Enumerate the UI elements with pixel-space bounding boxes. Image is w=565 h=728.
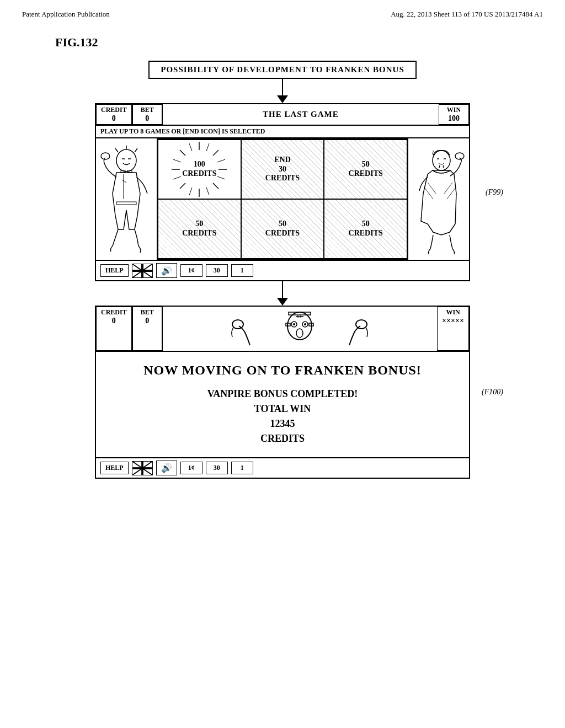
game-top-bar-f99: CREDIT 0 BET 0 THE LAST GAME WIN 100 — [96, 104, 469, 126]
fig-label: FIG.132 — [55, 35, 565, 50]
reel-cell-3: 50CREDITS — [158, 199, 241, 259]
reel-cell-text-2: 50CREDITS — [349, 160, 383, 179]
character-left-svg — [99, 144, 154, 254]
sub-line1: VANPIRE BONUS COMPLETED! — [107, 387, 458, 402]
coin-button-f100[interactable]: 1¢ — [180, 462, 202, 474]
character-left-f99 — [96, 138, 157, 260]
svg-line-24 — [189, 188, 192, 195]
game-screen-f99: CREDIT 0 BET 0 THE LAST GAME WIN 100 PLA… — [95, 103, 470, 281]
num2-button-f100[interactable]: 1 — [231, 462, 253, 474]
svg-point-0 — [116, 149, 136, 172]
f100-characters-svg — [217, 307, 382, 351]
svg-point-33 — [455, 153, 464, 159]
svg-line-22 — [217, 176, 225, 179]
svg-line-32 — [443, 165, 444, 168]
credit-value-f100: 0 — [101, 317, 127, 325]
help-button-f100[interactable]: HELP — [100, 462, 129, 474]
svg-line-23 — [206, 188, 209, 195]
sub-line2: TOTAL WIN — [107, 402, 458, 416]
info-bar-f99: PLAY UP TO 8 GAMES OR [END ICON] IS SELE… — [96, 126, 469, 138]
credit-value-f99: 0 — [101, 114, 127, 123]
credit-box-f99: CREDIT 0 — [96, 104, 132, 125]
svg-line-13 — [213, 150, 218, 156]
reels-grid-f99: 100CREDITS END30CREDITS 50CREDITS 50CRED… — [157, 138, 408, 260]
coin-button-f99[interactable]: 1¢ — [180, 264, 202, 277]
reel-cell-4: 50CREDITS — [241, 199, 324, 259]
f100-sub-text: VANPIRE BONUS COMPLETED! TOTAL WIN 12345… — [107, 387, 458, 446]
reel-cell-2: 50CREDITS — [324, 140, 407, 199]
svg-line-1 — [115, 148, 118, 152]
f100-top-bar: CREDIT 0 BET 0 — [96, 307, 469, 352]
game-title-f99: THE LAST GAME — [163, 104, 439, 125]
patent-header: Patent Application Publication Aug. 22, … — [0, 0, 565, 19]
sub-line4: CREDITS — [107, 431, 458, 446]
svg-rect-44 — [141, 264, 143, 277]
bet-value-f100: 0 — [137, 317, 157, 325]
svg-point-54 — [304, 323, 306, 325]
svg-rect-11 — [116, 202, 136, 205]
svg-line-21 — [217, 159, 225, 162]
svg-point-55 — [296, 329, 303, 338]
svg-line-17 — [180, 183, 185, 189]
win-label-f99: WIN — [444, 106, 464, 114]
svg-line-36 — [447, 188, 455, 199]
sound-icon-f99: 🔊 — [161, 266, 172, 275]
sound-button-f100[interactable]: 🔊 — [156, 461, 177, 475]
credit-label-f100: CREDIT — [101, 308, 127, 317]
svg-line-15 — [213, 183, 218, 189]
svg-rect-50 — [289, 312, 311, 315]
game-toolbar-f100: HELP 🔊 1¢ 30 1 — [96, 457, 469, 478]
flag-icon-f99[interactable] — [132, 264, 153, 278]
reel-cell-text-0: 100CREDITS — [182, 160, 216, 179]
win-box-f99: WIN 100 — [439, 104, 469, 125]
svg-point-28 — [433, 151, 450, 170]
header-right: Aug. 22, 2013 Sheet 113 of 170 US 2013/2… — [391, 10, 543, 19]
bet-box-f100: BET 0 — [132, 307, 163, 351]
credit-box-f100: CREDIT 0 — [96, 307, 132, 351]
bet-label-f100: BET — [137, 308, 157, 317]
reel-cell-text-5: 50CREDITS — [349, 220, 383, 238]
svg-line-25 — [173, 176, 181, 179]
credit-label-f99: CREDIT — [101, 106, 127, 114]
svg-line-35 — [428, 183, 436, 194]
svg-point-46 — [356, 320, 367, 329]
svg-line-3 — [135, 148, 137, 152]
character-right-svg — [411, 144, 466, 254]
top-box: POSSIBILITY OF DEVELOPMENT TO FRANKEN BO… — [148, 61, 417, 79]
reel-cell-text-3: 50CREDITS — [182, 220, 216, 238]
frame-label-f99: (F99) — [486, 188, 503, 197]
help-button-f99[interactable]: HELP — [100, 264, 129, 277]
frame-label-f100: (F100) — [482, 388, 503, 397]
sound-button-f99[interactable]: 🔊 — [156, 263, 177, 278]
reels-container-f99: 100CREDITS END30CREDITS 50CREDITS 50CRED… — [96, 138, 469, 260]
main-content: POSSIBILITY OF DEVELOPMENT TO FRANKEN BO… — [0, 61, 565, 479]
svg-line-19 — [180, 150, 185, 156]
svg-rect-63 — [141, 462, 143, 475]
svg-point-53 — [293, 323, 295, 325]
reel-cell-text-4: 50CREDITS — [265, 220, 300, 238]
f100-text-area: NOW MOVING ON TO FRANKEN BONUS! VANPIRE … — [96, 352, 469, 457]
svg-line-31 — [439, 165, 440, 168]
bet-label-f99: BET — [137, 106, 157, 114]
svg-line-27 — [189, 143, 192, 151]
svg-line-34 — [425, 188, 433, 199]
win-box-f100: WIN ××××× — [437, 307, 469, 351]
svg-point-45 — [232, 320, 243, 329]
reel-cell-text-1: END30CREDITS — [265, 156, 300, 183]
win-value-f100: ××××× — [442, 317, 464, 325]
reel-cell-1: END30CREDITS — [241, 140, 324, 199]
reel-cell-5: 50CREDITS — [324, 199, 407, 259]
screen-f100-wrapper: CREDIT 0 BET 0 — [95, 306, 470, 479]
f100-top-center — [163, 307, 437, 351]
svg-point-8 — [101, 153, 110, 159]
sound-icon-f100: 🔊 — [161, 463, 172, 473]
flag-icon-f100[interactable] — [132, 461, 153, 475]
num2-button-f99[interactable]: 1 — [231, 264, 253, 277]
num1-button-f100[interactable]: 30 — [206, 462, 228, 474]
svg-line-26 — [173, 159, 181, 162]
svg-line-10 — [122, 180, 126, 183]
num1-button-f99[interactable]: 30 — [206, 264, 228, 277]
svg-line-20 — [206, 143, 209, 151]
screen-f99-wrapper: CREDIT 0 BET 0 THE LAST GAME WIN 100 PLA… — [95, 103, 470, 281]
game-screen-f100: CREDIT 0 BET 0 — [95, 306, 470, 479]
